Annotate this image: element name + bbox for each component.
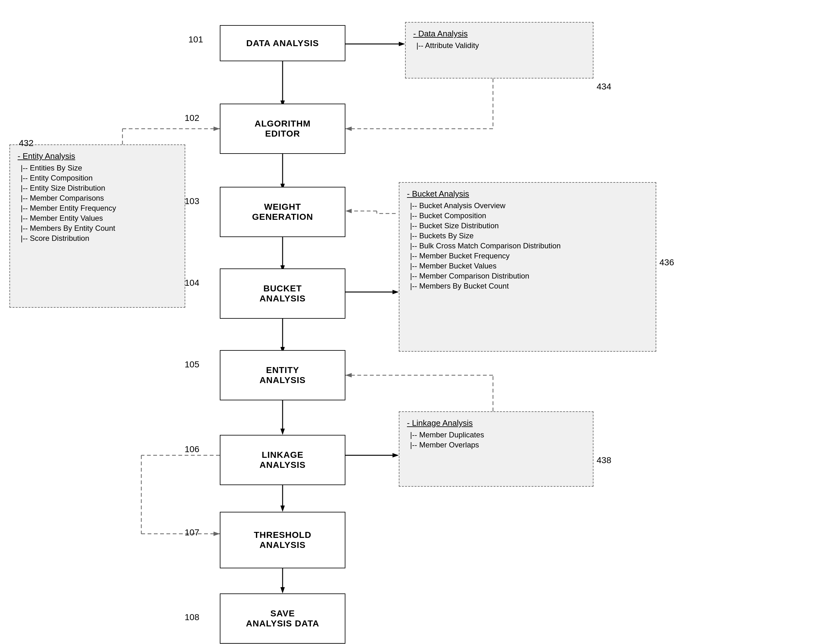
panel-434-title: - Data Analysis [413,29,585,38]
panel-436-item-3: |-- Buckets By Size [407,232,648,240]
ref-104: 104 [185,278,199,288]
data-analysis-box: DATA ANALYSIS [220,25,345,61]
panel-432-item-2: |-- Entity Size Distribution [18,184,177,192]
svg-marker-38 [213,532,220,536]
ref-106: 106 [185,444,199,454]
panel-436-item-2: |-- Bucket Size Distribution [407,221,648,230]
svg-marker-31 [213,127,220,131]
panel-438-title: - Linkage Analysis [407,418,585,428]
ref-105: 105 [185,360,199,370]
panel-432-item-0: |-- Entities By Size [18,164,177,172]
algorithm-editor-label: ALGORITHM EDITOR [254,119,311,139]
diagram-container: DATA ANALYSIS 101 ALGORITHM EDITOR 102 W… [0,0,823,644]
entity-analysis-label: ENTITY ANALYSIS [259,365,305,385]
panel-434-item-0: |-- Attribute Validity [413,41,585,50]
panel-438-item-0: |-- Member Duplicates [407,431,585,439]
bucket-analysis-box: BUCKET ANALYSIS [220,268,345,319]
svg-marker-15 [280,587,285,593]
panel-432-title: - Entity Analysis [18,151,177,161]
weight-generation-label: WEIGHT GENERATION [252,202,313,222]
save-analysis-box: SAVE ANALYSIS DATA [220,593,345,644]
svg-marker-17 [392,290,399,294]
threshold-analysis-label: THRESHOLD ANALYSIS [254,530,311,550]
weight-generation-box: WEIGHT GENERATION [220,187,345,237]
linkage-analysis-label: LINKAGE ANALYSIS [259,450,305,470]
ref-102: 102 [185,113,199,123]
bucket-analysis-label: BUCKET ANALYSIS [259,284,305,304]
linkage-analysis-box: LINKAGE ANALYSIS [220,435,345,485]
save-analysis-label: SAVE ANALYSIS DATA [246,609,319,629]
panel-432-item-1: |-- Entity Composition [18,174,177,182]
panel-432-item-7: |-- Score Distribution [18,234,177,243]
svg-marker-19 [392,453,399,457]
panel-436-title: - Bucket Analysis [407,189,648,199]
panel-436-item-8: |-- Members By Bucket Count [407,282,648,290]
panel-432: - Entity Analysis |-- Entities By Size |… [9,144,185,308]
panel-438-item-1: |-- Member Overlaps [407,440,585,449]
svg-marker-28 [345,209,352,213]
panel-436-item-7: |-- Member Comparison Distribution [407,271,648,281]
panel-436-item-0: |-- Bucket Analysis Overview [407,201,648,210]
svg-marker-11 [280,429,285,435]
panel-432-item-6: |-- Members By Entity Count [18,224,177,233]
ref-103: 103 [185,196,199,206]
threshold-analysis-box: THRESHOLD ANALYSIS [220,512,345,568]
svg-marker-34 [345,373,352,377]
ref-101: 101 [189,35,203,44]
panel-436-item-5: |-- Member Bucket Frequency [407,251,648,260]
ref-436: 436 [659,258,674,268]
ref-432: 432 [19,138,34,148]
panel-432-item-5: |-- Member Entity Values [18,214,177,222]
ref-438: 438 [596,455,612,465]
svg-marker-22 [345,127,352,131]
panel-438: - Linkage Analysis |-- Member Duplicates… [399,411,593,487]
panel-436: - Bucket Analysis |-- Bucket Analysis Ov… [399,182,656,352]
panel-432-item-3: |-- Member Comparisons [18,194,177,202]
ref-434: 434 [596,82,612,92]
ref-108: 108 [185,612,199,623]
svg-marker-13 [280,506,285,512]
panel-436-item-6: |-- Member Bucket Values [407,262,648,270]
entity-analysis-box: ENTITY ANALYSIS [220,350,345,400]
panel-432-item-4: |-- Member Entity Frequency [18,204,177,213]
ref-107: 107 [185,527,199,538]
data-analysis-label: DATA ANALYSIS [246,38,319,48]
algorithm-editor-box: ALGORITHM EDITOR [220,104,345,154]
panel-436-item-1: |-- Bucket Composition [407,211,648,220]
svg-marker-3 [399,42,405,46]
panel-434: - Data Analysis |-- Attribute Validity [405,22,593,78]
panel-436-item-4: |-- Bulk Cross Match Comparison Distribu… [407,241,648,250]
